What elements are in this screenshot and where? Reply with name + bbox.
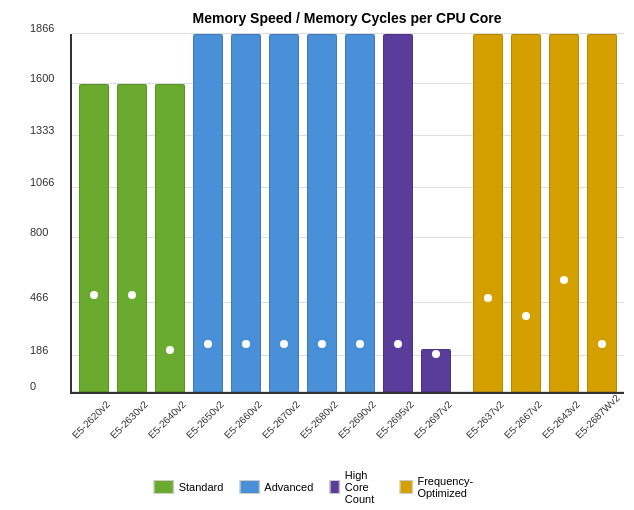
bar-dot (128, 291, 136, 299)
bar-x-label: E5-2637v2 (464, 399, 506, 441)
bar (587, 34, 618, 392)
bar-group: E5-2640v2 (152, 34, 188, 392)
y-tick-label: 1066 (30, 176, 54, 188)
bar-dot (90, 291, 98, 299)
bar-x-label: E5-2640v2 (146, 399, 188, 441)
legend-item: Standard (154, 480, 224, 494)
bar-group: E5-2697v2 (418, 34, 454, 392)
bar (549, 34, 580, 392)
legend-color-box (154, 480, 174, 494)
y-tick-label: 1600 (30, 72, 54, 84)
bar-dot (432, 350, 440, 358)
bar-dot (484, 294, 492, 302)
bar-x-label: E5-2670v2 (260, 399, 302, 441)
bar-group: E5-2660v2 (228, 34, 264, 392)
bar-group: E5-2687Wv2 (584, 34, 620, 392)
legend-item: Advanced (239, 480, 313, 494)
y-tick-label: 186 (30, 344, 48, 356)
bar-group: E5-2637v2 (470, 34, 506, 392)
bar (511, 34, 542, 392)
bar (473, 34, 504, 392)
bars-wrapper: E5-2620v2E5-2630v2E5-2640v2E5-2650v2E5-2… (72, 34, 624, 392)
bar (193, 34, 224, 392)
bar (307, 34, 338, 392)
bar (231, 34, 262, 392)
chart-container: Memory Speed / Memory Cycles per CPU Cor… (0, 0, 634, 510)
y-tick-label: 0 (30, 380, 36, 392)
bar-x-label: E5-2680v2 (298, 399, 340, 441)
bar (155, 84, 186, 392)
legend-label: Advanced (264, 481, 313, 493)
bar-x-label: E5-2687Wv2 (573, 392, 622, 441)
bar-group: E5-2695v2 (380, 34, 416, 392)
bar (345, 34, 376, 392)
legend: StandardAdvancedHigh Core CountFrequency… (154, 469, 481, 505)
legend-color-box (400, 480, 413, 494)
legend-item: High Core Count (329, 469, 383, 505)
bar (383, 34, 414, 392)
bar-dot (280, 340, 288, 348)
legend-label: Standard (179, 481, 224, 493)
bar-dot (166, 346, 174, 354)
bar-group: E5-2643v2 (546, 34, 582, 392)
legend-color-box (329, 480, 340, 494)
bar-dot (522, 312, 530, 320)
legend-label: Frequency-Optimized (417, 475, 480, 499)
y-tick-label: 466 (30, 291, 48, 303)
bar-group: E5-2680v2 (304, 34, 340, 392)
chart-title: Memory Speed / Memory Cycles per CPU Cor… (70, 10, 624, 26)
bar-dot (560, 276, 568, 284)
bar-x-label: E5-2620v2 (70, 399, 112, 441)
y-tick-label: 1866 (30, 22, 54, 34)
bar-group: E5-2630v2 (114, 34, 150, 392)
chart-area: Memory Performance (MHz) 018646680010661… (70, 34, 624, 394)
bar-dot (242, 340, 250, 348)
bar-group: E5-2667v2 (508, 34, 544, 392)
bar (269, 34, 300, 392)
bar-group: E5-2620v2 (76, 34, 112, 392)
legend-item: Frequency-Optimized (400, 475, 481, 499)
bar (117, 84, 148, 392)
bar-dot (204, 340, 212, 348)
bar-dot (318, 340, 326, 348)
y-tick-label: 1333 (30, 124, 54, 136)
bar (421, 349, 452, 392)
bar-group: E5-2650v2 (190, 34, 226, 392)
bar-dot (394, 340, 402, 348)
bar-x-label: E5-2697v2 (412, 399, 454, 441)
bar-x-label: E5-2690v2 (336, 399, 378, 441)
bar-x-label: E5-2630v2 (108, 399, 150, 441)
y-tick-label: 800 (30, 226, 48, 238)
legend-label: High Core Count (345, 469, 384, 505)
bar-x-label: E5-2667v2 (502, 399, 544, 441)
legend-color-box (239, 480, 259, 494)
bar-group: E5-2670v2 (266, 34, 302, 392)
bar-group: E5-2690v2 (342, 34, 378, 392)
bar (79, 84, 110, 392)
bar-dot (356, 340, 364, 348)
bar-x-label: E5-2660v2 (222, 399, 264, 441)
bar-x-label: E5-2695v2 (374, 399, 416, 441)
bar-dot (598, 340, 606, 348)
bar-x-label: E5-2650v2 (184, 399, 226, 441)
